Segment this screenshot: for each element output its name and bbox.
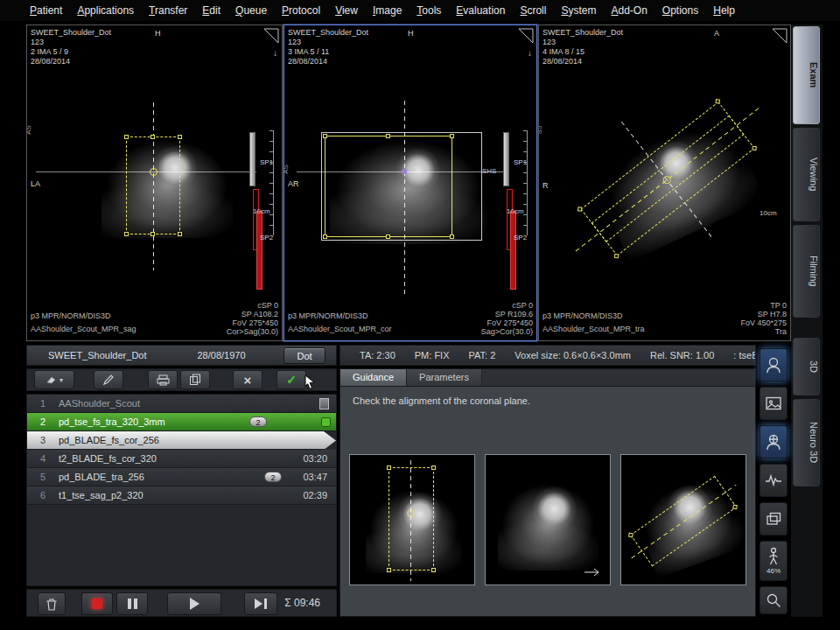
roi-handle[interactable] [715, 99, 720, 104]
corner-handle-icon[interactable] [263, 28, 279, 44]
stop-button[interactable] [81, 592, 113, 615]
tab-viewing[interactable]: Viewing [793, 128, 820, 221]
roi-handle[interactable] [450, 134, 454, 138]
menu-scroll[interactable]: Scroll [520, 4, 546, 17]
menu-help[interactable]: Help [713, 4, 735, 17]
band-label: SHS [482, 167, 496, 175]
roi-handle[interactable] [124, 232, 129, 236]
menu-addon[interactable]: Add-On [611, 4, 647, 17]
sequence-duration: 03:47 [290, 472, 327, 482]
saturation-band[interactable] [510, 211, 516, 290]
menu-protocol[interactable]: Protocol [282, 4, 320, 17]
scroll-down-icon[interactable]: ↓ [528, 48, 532, 58]
patient-dob: 28/08/1970 [198, 350, 246, 360]
series-title: SWEET_Shoulder_Dot [31, 28, 111, 38]
menu-view[interactable]: View [335, 4, 358, 17]
image-type: p3 MPR/NORM/DIS3D [31, 310, 136, 323]
roi-handle[interactable] [450, 234, 454, 239]
head-3d-button[interactable] [760, 425, 788, 458]
roi-handle[interactable] [386, 134, 390, 138]
corner-handle-icon[interactable] [518, 28, 534, 44]
tab-guidance[interactable]: Guidance [340, 369, 407, 386]
scroll-down-icon[interactable]: ↓ [273, 48, 277, 58]
slice-range-bar[interactable] [249, 132, 256, 186]
slice-group-box[interactable] [325, 136, 452, 237]
menu-applications[interactable]: Applications [77, 4, 134, 17]
tab-parameters[interactable]: Parameters [407, 369, 482, 386]
slice-roi-box[interactable] [126, 136, 180, 234]
eraser-combo-button[interactable]: ▾ [34, 370, 74, 389]
menu-options[interactable]: Options [662, 4, 698, 17]
fov-value: FoV 450*275 [740, 318, 787, 327]
apply-button[interactable]: ✓ [276, 370, 306, 389]
sequence-row[interactable]: 4 t2_BLADE_fs_cor_320 03:20 [27, 450, 336, 468]
image-gallery-button[interactable] [760, 387, 788, 420]
viewport-sagittal[interactable]: SWEET_Shoulder_Dot 123 2 IMA 5 / 9 28/08… [26, 24, 283, 341]
physio-signal-button[interactable] [760, 464, 788, 497]
play-button[interactable] [167, 592, 221, 615]
roi-handle[interactable] [752, 146, 757, 151]
tab-neuro-3d[interactable]: Neuro 3D [793, 399, 820, 486]
roi-handle[interactable] [150, 232, 155, 236]
sequence-row[interactable]: 5 pd_BLADE_tra_256 2 03:47 [27, 468, 336, 486]
corner-handle-icon[interactable] [772, 28, 788, 44]
waveform-icon [764, 471, 783, 490]
slice-range-bar[interactable] [503, 132, 509, 186]
slice-position: SP H7.8 [740, 310, 787, 318]
print-button[interactable] [148, 370, 178, 389]
sequence-row-scout[interactable]: 1 AAShoulder_Scout [27, 395, 336, 413]
roi-handle [431, 568, 436, 572]
menu-edit[interactable]: Edit [202, 4, 220, 17]
guidance-thumb-sagittal[interactable] [485, 454, 611, 585]
guidance-thumb-coronal[interactable] [349, 454, 475, 585]
study-date: 28/08/2014 [31, 57, 111, 66]
roi-handle[interactable] [614, 254, 620, 259]
head-position-button[interactable] [760, 348, 788, 382]
menu-system[interactable]: System [561, 4, 596, 17]
copy-button[interactable] [180, 370, 210, 389]
menu-patient[interactable]: Patient [30, 4, 62, 17]
roi-handle[interactable] [323, 134, 327, 138]
guidance-thumb-transversal[interactable] [620, 454, 746, 585]
viewport-coronal[interactable]: SWEET_Shoulder_Dot 123 3 IMA 5 / 11 28/0… [284, 24, 537, 341]
cancel-button[interactable]: × [233, 370, 262, 389]
roi-handle[interactable] [578, 206, 583, 212]
printer-icon [157, 374, 170, 386]
viewport-transversal[interactable]: SWEET_Shoulder_Dot 123 4 IMA 8 / 15 28/0… [538, 24, 791, 341]
edit-sequence-button[interactable] [94, 370, 123, 389]
sar-level-button[interactable]: 46% [760, 541, 788, 581]
roi-handle[interactable] [178, 232, 182, 236]
skip-to-end-button[interactable] [244, 592, 277, 615]
menu-queue[interactable]: Queue [235, 4, 267, 17]
rotated-slice-group[interactable] [553, 70, 783, 288]
search-button[interactable] [760, 586, 788, 614]
tab-filming[interactable]: Filming [793, 225, 820, 318]
image-stack-button[interactable] [760, 502, 788, 536]
image-counter: 4 IMA 8 / 15 [542, 47, 623, 57]
slice-position: SP A108.2 [227, 310, 278, 318]
saturation-band[interactable] [256, 211, 262, 290]
menu-evaluation[interactable]: Evaluation [456, 4, 505, 17]
menu-transfer[interactable]: Transfer [149, 4, 187, 17]
tab-exam[interactable]: Exam [793, 26, 820, 124]
voxel-size: Voxel size: 0.6×0.6×3.0mm [514, 350, 631, 360]
roi-handle[interactable] [386, 234, 390, 239]
copy-icon [189, 374, 201, 386]
roi-handle[interactable] [124, 135, 129, 139]
sequence-row-selected[interactable]: 3 pd_BLADE_fs_cor_256 [27, 431, 336, 450]
sequence-row[interactable]: 6 t1_tse_sag_p2_320 02:39 [27, 486, 336, 505]
roi-handle[interactable] [150, 135, 155, 139]
sequence-toolbar: ▾ × ✓ [26, 368, 337, 391]
tab-3d[interactable]: 3D [793, 338, 820, 396]
pause-button[interactable] [116, 592, 148, 615]
roi-handle[interactable] [323, 234, 327, 239]
menu-tools[interactable]: Tools [416, 4, 441, 17]
acquisition-time: TA: 2:30 [360, 350, 396, 360]
head-3d-icon [764, 432, 783, 452]
roi-handle[interactable] [178, 135, 182, 139]
delete-queue-button[interactable] [38, 592, 66, 615]
study-date: 28/08/2014 [542, 57, 623, 66]
menu-image[interactable]: Image [373, 4, 402, 17]
sequence-row-running[interactable]: 2 pd_tse_fs_tra_320_3mm 2 [27, 413, 336, 431]
dot-engine-button[interactable]: Dot [284, 347, 326, 364]
